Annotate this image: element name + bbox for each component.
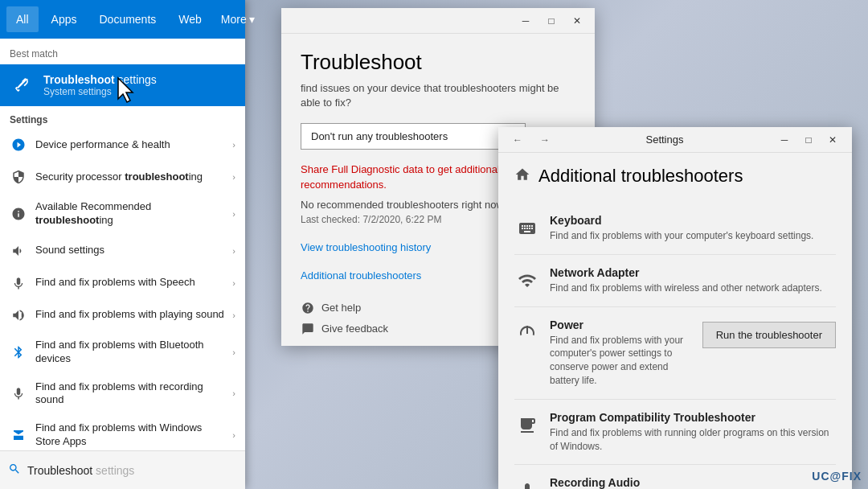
at-item-program-compatibility: Program Compatibility Troubleshooter Fin… [514, 400, 836, 466]
at-titlebar-title: Settings [561, 134, 768, 146]
at-titlebar-controls: ─ □ ✕ [773, 129, 844, 151]
at-item-title-compat: Program Compatibility Troubleshooter [550, 411, 836, 424]
menu-item-playing-sound[interactable]: Find and fix problems with playing sound… [0, 299, 245, 331]
at-item-content-compat: Program Compatibility Troubleshooter Fin… [550, 411, 836, 454]
menu-item-recording[interactable]: Find and fix problems with recording sou… [0, 373, 245, 415]
best-match-title: Troubleshoot settings [43, 73, 235, 86]
program-compatibility-icon [514, 413, 540, 438]
maximize-button[interactable]: □ [538, 8, 564, 34]
playing-sound-icon [10, 306, 27, 324]
menu-item-device-performance[interactable]: Device performance & health › [0, 129, 245, 161]
troubleshoot-icon [10, 72, 35, 98]
at-item-content-power: Power Find and fix problems with your co… [550, 318, 693, 388]
ts-subtitle: find issues on your device that troubles… [301, 81, 575, 110]
best-match-item[interactable]: Troubleshoot settings System settings [0, 64, 245, 106]
tab-apps[interactable]: Apps [42, 6, 87, 32]
keyboard-icon [514, 216, 540, 241]
at-item-recording-audio: Recording Audio Find and fix problems wi… [514, 465, 836, 489]
arrow-icon-3: › [232, 209, 235, 219]
at-item-desc-compat: Find and fix problems with running older… [550, 426, 836, 454]
close-button[interactable]: ✕ [564, 8, 590, 34]
bluetooth-icon [10, 343, 27, 361]
tab-web[interactable]: Web [169, 6, 211, 32]
arrow-icon-5: › [232, 278, 235, 288]
at-run-btn-wrap: Run the troubleshooter [702, 318, 836, 348]
best-match-text: Troubleshoot settings System settings [43, 73, 235, 97]
recording-icon [10, 384, 27, 402]
ts-dropdown[interactable]: Don't run any troubleshooters ▾ [301, 123, 526, 150]
get-help-icon [301, 301, 315, 315]
menu-item-text-sound: Sound settings [35, 244, 224, 257]
at-page-title: Additional troubleshooters [514, 166, 836, 187]
dropdown-value: Don't run any troubleshooters [311, 130, 448, 142]
at-titlebar: ← → Settings ─ □ ✕ [498, 127, 852, 153]
at-item-title-recording-audio: Recording Audio [550, 476, 836, 489]
watermark: UC@FIX [812, 470, 862, 483]
home-icon [514, 166, 530, 187]
tab-all[interactable]: All [6, 6, 39, 32]
available-recommended-icon [10, 205, 27, 223]
network-icon [514, 268, 540, 294]
run-troubleshooter-button[interactable]: Run the troubleshooter [702, 322, 836, 348]
settings-section-label: Settings [0, 106, 245, 129]
at-item-keyboard: Keyboard Find and fix problems with your… [514, 203, 836, 255]
at-item-desc-keyboard: Find and fix problems with your computer… [550, 229, 836, 243]
at-body: Additional troubleshooters Keyboard Find… [498, 153, 852, 489]
at-item-title-network: Network Adapter [550, 266, 836, 279]
at-item-network: Network Adapter Find and fix problems wi… [514, 255, 836, 307]
at-item-desc-power: Find and fix problems with your computer… [550, 334, 693, 388]
get-help-text: Get help [321, 302, 361, 314]
arrow-icon-7: › [232, 347, 235, 357]
power-icon [514, 320, 540, 346]
arrow-icon: › [232, 140, 235, 150]
tab-more[interactable]: More ▾ [215, 6, 261, 32]
menu-item-text-recording: Find and fix problems with recording sou… [35, 380, 224, 408]
arrow-icon-2: › [232, 172, 235, 182]
at-item-content-network: Network Adapter Find and fix problems wi… [550, 266, 836, 295]
best-match-subtitle: System settings [43, 86, 235, 97]
menu-item-text-speech: Find and fix problems with Speech [35, 276, 224, 290]
at-item-content-keyboard: Keyboard Find and fix problems with your… [550, 214, 836, 243]
at-back-button[interactable]: ← [506, 129, 529, 151]
chevron-down-icon: ▾ [249, 13, 255, 26]
at-item-content-recording-audio: Recording Audio Find and fix problems wi… [550, 476, 836, 489]
ts-titlebar: ─ □ ✕ [281, 8, 595, 34]
arrow-icon-8: › [232, 388, 235, 398]
tab-documents[interactable]: Documents [89, 6, 166, 32]
search-text: Troubleshoot settings [27, 464, 134, 477]
menu-item-text-security: Security processor troubleshooting [35, 171, 224, 184]
give-feedback-icon [301, 322, 315, 336]
start-menu-body: Best match Troubleshoot settings System … [0, 39, 245, 489]
ts-title: Troubleshoot [301, 50, 575, 75]
at-title-text: Additional troubleshooters [538, 166, 743, 187]
arrow-icon-6: › [232, 310, 235, 320]
at-item-title-power: Power [550, 318, 693, 331]
minimize-button[interactable]: ─ [513, 8, 538, 34]
menu-item-available-recommended[interactable]: Available Recommended troubleshooting › [0, 193, 245, 235]
recording-audio-icon [514, 478, 540, 489]
menu-item-text-available: Available Recommended troubleshooting [35, 200, 224, 228]
at-maximize-button[interactable]: □ [797, 129, 820, 151]
search-bar: Troubleshoot settings [0, 450, 245, 489]
menu-item-speech[interactable]: Find and fix problems with Speech › [0, 267, 245, 299]
menu-item-text-playing: Find and fix problems with playing sound [35, 308, 224, 322]
menu-item-sound[interactable]: Sound settings › [0, 235, 245, 267]
at-forward-button[interactable]: → [534, 129, 556, 151]
menu-item-text-bluetooth: Find and fix problems with Bluetooth dev… [35, 339, 224, 366]
search-tabs: All Apps Documents Web More ▾ [0, 0, 245, 39]
store-apps-icon [10, 426, 27, 444]
menu-item-bluetooth[interactable]: Find and fix problems with Bluetooth dev… [0, 331, 245, 373]
speech-icon [10, 274, 27, 292]
start-menu: All Apps Documents Web More ▾ Best match… [0, 0, 245, 489]
search-icon [8, 462, 21, 478]
menu-item-security-processor[interactable]: Security processor troubleshooting › [0, 161, 245, 193]
menu-item-text-store: Find and fix problems with Windows Store… [35, 421, 224, 449]
at-item-desc-network: Find and fix problems with wireless and … [550, 281, 836, 295]
at-close-button[interactable]: ✕ [821, 129, 844, 151]
security-processor-icon [10, 168, 27, 186]
arrow-icon-9: › [232, 430, 235, 440]
at-item-title-keyboard: Keyboard [550, 214, 836, 227]
device-performance-icon [10, 136, 27, 154]
at-minimize-button[interactable]: ─ [773, 129, 796, 151]
sound-icon [10, 242, 27, 260]
